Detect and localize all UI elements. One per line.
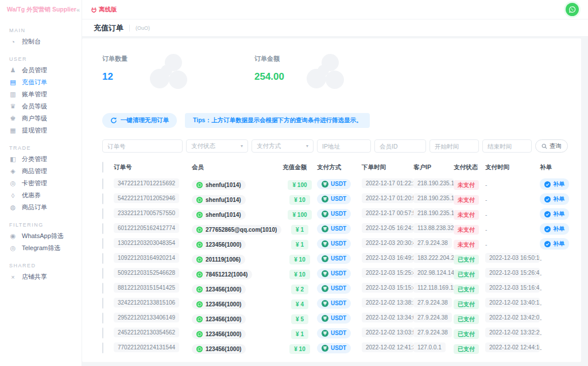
nav-section-title: SHARED: [9, 263, 82, 268]
row-checkbox[interactable]: [102, 238, 103, 249]
table-row: 233221217005757550shenfu(1014)¥ 100USDT2…: [102, 207, 570, 221]
plug-icon: [91, 7, 96, 13]
order-time: 2022-12-17 01:22:15: [362, 178, 413, 188]
order-time: 2022-12-17 01:20:52: [362, 193, 413, 203]
recharge-amount: ¥ 1: [291, 329, 308, 339]
end-time-input[interactable]: [482, 139, 532, 153]
column-header: 客户IP: [413, 163, 454, 172]
order-time: 2022-12-02 13:03:54: [362, 328, 413, 337]
row-checkbox[interactable]: [102, 178, 103, 189]
supplement-order-button[interactable]: 补单: [540, 208, 569, 220]
member-badge: 123456(1000): [192, 299, 246, 309]
action-row: 一键清理无用订单 Tips：上方订单数据显示会根据下方的查询条件进行筛选显示。: [102, 113, 570, 128]
member-badge: shenfu(1014): [192, 210, 246, 220]
sidebar-item-goods-orders[interactable]: ◍商品订单: [0, 201, 82, 213]
table-row: 881221203151541425123456(1000)¥ 2USDT202…: [102, 281, 570, 296]
table-row: 324221202133815106123456(1000)¥ 4USDT202…: [102, 296, 570, 311]
member-badge: 277652865@qq.com(1010): [192, 225, 281, 235]
pay-method-label: USDT: [331, 181, 346, 187]
sidebar-item-members[interactable]: ♟会员管理: [0, 64, 82, 76]
pay-status-select[interactable]: 支付状态 ▾: [186, 139, 248, 153]
row-checkbox[interactable]: [102, 283, 103, 294]
sidebar-item-card-secret[interactable]: ◎卡密管理: [0, 177, 82, 189]
member-name: shenfu(1014): [206, 197, 241, 203]
clean-orders-button[interactable]: 一键清理无用订单: [102, 113, 177, 128]
member-badge: shenfu(1014): [192, 195, 246, 205]
order-no: 509221203152546628: [114, 268, 179, 278]
member-id-input[interactable]: [374, 139, 426, 153]
sidebar-item-category[interactable]: ◧分类管理: [0, 153, 82, 165]
member-badge: 123456(1000): [192, 285, 246, 294]
supplement-order-button[interactable]: 补单: [540, 178, 569, 190]
search-button[interactable]: 查询: [535, 139, 568, 153]
page-title: 充值订单: [94, 23, 123, 33]
member-name: 123456(1000): [206, 316, 241, 322]
sidebar-collapse-icon[interactable]: «: [76, 6, 80, 13]
sidebar-nav: MAIN◔控制台USER♟会员管理▤充值订单▥账单管理♛会员等级♚商户等级▦提现…: [0, 28, 82, 283]
table-row: 50922120315254662878451212(1004)¥ 10USDT…: [102, 266, 570, 281]
whatsapp-dot-icon: [196, 212, 203, 218]
sidebar-item-label: 卡密管理: [22, 179, 47, 188]
table-row: 347221217012215692shenfu(1014)¥ 100USDT2…: [102, 177, 570, 192]
row-checkbox[interactable]: [102, 193, 103, 204]
sidebar-item-goods[interactable]: ◈商品管理: [0, 165, 82, 177]
client-ip: 183.222.204.216: [413, 253, 454, 263]
pay-method-badge: USDT: [317, 268, 351, 279]
row-checkbox[interactable]: [102, 208, 103, 219]
sidebar-item-recharge-orders[interactable]: ▤充值订单: [0, 76, 82, 88]
pay-method-badge: USDT: [317, 254, 351, 264]
order-no: 347221217012215692: [114, 178, 179, 188]
sidebar-item-shop-share[interactable]: ×店铺共享: [0, 271, 82, 283]
supplement-label: 补单: [553, 210, 564, 218]
row-checkbox[interactable]: [102, 253, 103, 264]
order-time: 2022-12-02 13:34:06: [362, 313, 413, 322]
sidebar-item-telegram-filter[interactable]: ◎Telegram筛选: [0, 242, 82, 254]
nav-section-title: MAIN: [9, 28, 82, 33]
sidebar-item-withdraw[interactable]: ▦提现管理: [0, 124, 82, 137]
row-checkbox[interactable]: [102, 313, 103, 324]
pay-time: 2022-12-03 15:16:41: [485, 283, 540, 293]
pay-status-badge: 未支付: [454, 225, 479, 235]
sidebar-item-coupon[interactable]: ◊优惠券: [0, 189, 82, 201]
whatsapp-dot-icon: [196, 316, 203, 322]
supplement-order-button[interactable]: 补单: [540, 238, 569, 250]
client-ip: 27.9.224.38: [413, 313, 452, 322]
sidebar-item-label: 账单管理: [22, 90, 47, 99]
supplement-order-button[interactable]: 补单: [540, 193, 569, 205]
sidebar-item-label: 商品管理: [22, 167, 47, 176]
start-time-input[interactable]: [430, 139, 479, 153]
sidebar-item-member-level[interactable]: ♛会员等级: [0, 100, 82, 112]
row-checkbox[interactable]: [102, 298, 103, 309]
check-circle-icon: [544, 226, 551, 232]
stat-value: 254.00: [254, 71, 284, 83]
supplement-order-button[interactable]: 补单: [540, 223, 569, 235]
row-checkbox[interactable]: [102, 268, 103, 279]
sidebar: Wa/Tg 外贸营销 Supplier « MAIN◔控制台USER♟会员管理▤…: [0, 0, 82, 366]
whatsapp-avatar[interactable]: [566, 3, 579, 16]
ip-input[interactable]: [317, 139, 371, 153]
sidebar-item-whatsapp-filter[interactable]: ◉WhatsApp筛选: [0, 230, 82, 242]
row-checkbox[interactable]: [102, 328, 103, 338]
row-checkbox[interactable]: [102, 223, 103, 234]
sidebar-item-merchant-level[interactable]: ♚商户等级: [0, 112, 82, 124]
offline-version-label: 离线版: [99, 6, 117, 14]
title-divider: [129, 25, 130, 32]
member-badge: 201119(1006): [192, 255, 245, 264]
recharge-amount: ¥ 1: [291, 240, 308, 250]
offline-version-tag[interactable]: 离线版: [91, 6, 117, 14]
row-checkbox[interactable]: [102, 342, 103, 353]
order-no-input[interactable]: [102, 139, 183, 153]
select-all-checkbox[interactable]: [102, 162, 103, 173]
order-no: 601221205162412774: [114, 223, 179, 233]
member-badge: 123456(1000): [192, 344, 246, 354]
pay-method-badge: USDT: [317, 343, 351, 353]
column-header: 支付方式: [317, 163, 362, 172]
stat-value: 12: [102, 71, 127, 83]
check-circle-icon: [544, 181, 551, 188]
table-row: 601221205162412774277652865@qq.com(1010)…: [102, 221, 570, 236]
pay-method-select[interactable]: 支付方式 ▾: [252, 139, 314, 153]
sidebar-item-label: 控制台: [22, 37, 41, 46]
sidebar-item-dashboard[interactable]: ◔控制台: [0, 36, 82, 48]
sidebar-item-bills[interactable]: ▥账单管理: [0, 88, 82, 100]
client-ip: 27.9.224.38: [413, 298, 452, 307]
